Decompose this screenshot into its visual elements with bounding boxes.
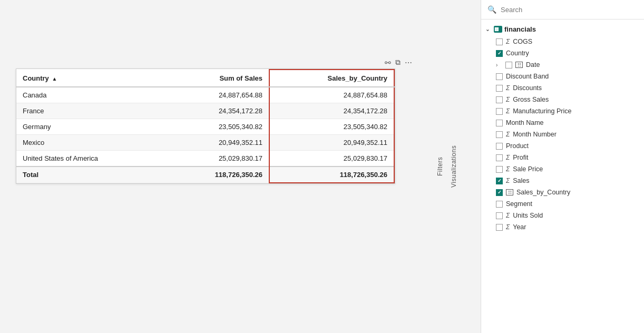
table-row: Mexico 20,949,352.11 20,949,352.11 [16, 135, 394, 151]
checkbox-profit[interactable] [496, 154, 503, 161]
cell-sum-sales: 23,505,340.82 [166, 119, 269, 135]
field-label-discounts: Discounts [513, 84, 542, 92]
cell-sales-by-country: 24,354,172.28 [269, 103, 394, 119]
field-label-profit: Profit [513, 154, 528, 161]
cell-total-sum-sales: 118,726,350.26 [166, 166, 269, 183]
field-item-profit[interactable]: Σ Profit [481, 152, 644, 163]
field-item-year[interactable]: Σ Year [481, 221, 644, 233]
col-header-country[interactable]: Country ▲ [16, 70, 166, 87]
field-label-month-number: Month Number [513, 131, 557, 138]
search-bar: 🔍 [481, 0, 644, 19]
sigma-icon-profit: Σ [506, 154, 510, 161]
sigma-icon-manufacturing-price: Σ [506, 107, 510, 115]
checkbox-month-name[interactable] [496, 120, 503, 126]
field-item-date[interactable]: › ☷ Date [481, 59, 644, 71]
expand-chevron-icon: ⌄ [485, 26, 492, 32]
field-label-sales-by-country: Sales_by_Country [516, 189, 570, 196]
filter-icon[interactable]: ⚯ [385, 58, 391, 67]
cell-country: Germany [16, 119, 166, 135]
table-row: Germany 23,505,340.82 23,505,340.82 [16, 119, 394, 135]
cell-sum-sales: 25,029,830.17 [166, 151, 269, 167]
field-group-header-financials[interactable]: ⌄ financials [481, 23, 644, 36]
table-icon-date: ☷ [515, 62, 523, 68]
field-item-product[interactable]: Product [481, 140, 644, 152]
total-row: Total 118,726,350.26 118,726,350.26 [16, 166, 394, 183]
expand-icon[interactable]: ⧉ [395, 58, 401, 67]
cell-sales-by-country: 20,949,352.11 [269, 135, 394, 151]
col-header-sum-sales[interactable]: Sum of Sales [166, 70, 269, 87]
field-item-sale-price[interactable]: Σ Sale Price [481, 163, 644, 175]
table-row: Canada 24,887,654.88 24,887,654.88 [16, 87, 394, 103]
checkbox-year[interactable] [496, 224, 503, 231]
cell-sum-sales: 20,949,352.11 [166, 135, 269, 151]
field-item-units-sold[interactable]: Σ Units Sold [481, 210, 644, 221]
cell-country: Canada [16, 87, 166, 103]
checkbox-discounts[interactable] [496, 85, 503, 92]
field-item-sales[interactable]: Σ Sales [481, 175, 644, 187]
checkbox-sales[interactable] [496, 178, 503, 184]
filters-label[interactable]: Filters [433, 0, 447, 333]
cell-sales-by-country: 24,887,654.88 [269, 87, 394, 103]
checkbox-sale-price[interactable] [496, 166, 503, 173]
field-label-units-sold: Units Sold [513, 212, 543, 219]
cell-total-label: Total [16, 166, 166, 183]
search-input[interactable] [501, 6, 638, 14]
checkbox-date[interactable] [505, 62, 512, 68]
field-item-discount-band[interactable]: Discount Band [481, 71, 644, 82]
field-label-manufacturing-price: Manufacturing Price [513, 107, 571, 115]
field-label-product: Product [506, 142, 529, 150]
cell-country: France [16, 103, 166, 119]
sigma-icon-year: Σ [506, 223, 510, 231]
field-label-gross-sales: Gross Sales [513, 96, 549, 103]
sort-arrow: ▲ [52, 76, 57, 82]
financials-group-label: financials [504, 25, 536, 33]
col-header-sales-by-country[interactable]: Sales_by_Country [269, 70, 394, 87]
visual-toolbar: ⚯ ⧉ ⋯ [385, 58, 412, 67]
checkbox-country[interactable] [496, 50, 503, 57]
cell-country: Mexico [16, 135, 166, 151]
field-label-discount-band: Discount Band [506, 73, 549, 80]
field-item-country[interactable]: Country [481, 47, 644, 59]
visualizations-label[interactable]: Visualizations [447, 0, 461, 333]
field-item-segment[interactable]: Segment [481, 198, 644, 210]
field-item-month-name[interactable]: Month Name [481, 117, 644, 129]
table-icon-sales-by-country: ☷ [506, 189, 513, 195]
checkbox-gross-sales[interactable] [496, 96, 503, 103]
field-item-gross-sales[interactable]: Σ Gross Sales [481, 94, 644, 105]
data-table: Country ▲ Sum of Sales Sales_by_Country … [16, 69, 395, 183]
cell-sales-by-country: 25,029,830.17 [269, 151, 394, 167]
field-item-month-number[interactable]: Σ Month Number [481, 129, 644, 140]
table-row: France 24,354,172.28 24,354,172.28 [16, 103, 394, 119]
cell-sum-sales: 24,354,172.28 [166, 103, 269, 119]
sigma-icon-month-number: Σ [506, 131, 510, 138]
checkbox-segment[interactable] [496, 201, 503, 208]
checkbox-product[interactable] [496, 143, 503, 150]
checkbox-month-number[interactable] [496, 131, 503, 138]
checkbox-cogs[interactable] [496, 38, 503, 45]
field-group-financials: ⌄ financials Σ COGS Country › ☷ Date [481, 22, 644, 234]
field-item-sales-by-country[interactable]: ☷ Sales_by_Country [481, 187, 644, 198]
checkbox-discount-band[interactable] [496, 73, 503, 80]
field-label-date: Date [526, 61, 540, 68]
sigma-icon-units-sold: Σ [506, 212, 510, 219]
sigma-icon-discounts: Σ [506, 84, 510, 92]
sigma-icon-sale-price: Σ [506, 165, 510, 173]
table-row: United States of America 25,029,830.17 2… [16, 151, 394, 167]
financials-db-icon [494, 26, 502, 33]
field-item-cogs[interactable]: Σ COGS [481, 36, 644, 47]
field-item-discounts[interactable]: Σ Discounts [481, 82, 644, 94]
field-item-manufacturing-price[interactable]: Σ Manufacturing Price [481, 105, 644, 117]
subgroup-expand-date[interactable]: › [496, 62, 502, 68]
field-list: ⌄ financials Σ COGS Country › ☷ Date [481, 19, 644, 333]
more-icon[interactable]: ⋯ [405, 58, 412, 67]
cell-country: United States of America [16, 151, 166, 167]
sigma-icon-gross-sales: Σ [506, 96, 510, 103]
sidebar-labels: Filters Visualizations [433, 0, 481, 333]
cell-sum-sales: 24,887,654.88 [166, 87, 269, 103]
checkbox-units-sold[interactable] [496, 212, 503, 219]
field-label-sale-price: Sale Price [513, 165, 543, 173]
checkbox-sales-by-country[interactable] [496, 189, 503, 196]
table-visual: Country ▲ Sum of Sales Sales_by_Country … [16, 68, 395, 184]
field-label-cogs: COGS [513, 38, 532, 45]
checkbox-manufacturing-price[interactable] [496, 108, 503, 115]
